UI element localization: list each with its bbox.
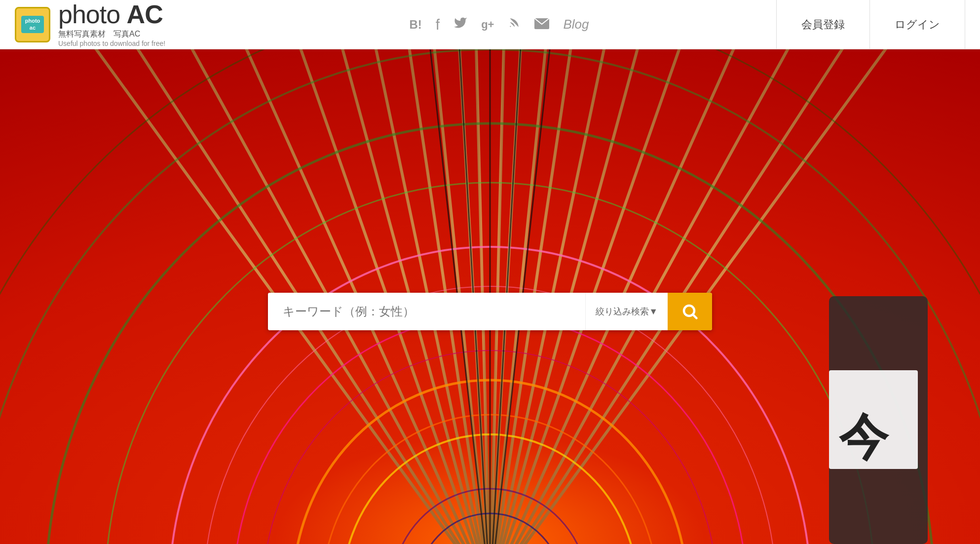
- subtitle-japanese: 無料写真素材 写真AC: [58, 29, 165, 39]
- svg-point-0: [510, 26, 511, 27]
- search-filter-button[interactable]: 絞り込み検索▼: [585, 293, 668, 330]
- svg-line-48: [693, 315, 697, 318]
- logo-icon-text: photoac: [21, 16, 44, 33]
- site-title: photo AC: [58, 1, 165, 27]
- facebook-icon[interactable]: f: [436, 16, 440, 33]
- hero-section: 今 絞り込み検索▼: [0, 49, 980, 544]
- search-overlay: 絞り込み検索▼: [268, 293, 712, 330]
- google-plus-icon[interactable]: g+: [481, 18, 494, 31]
- rss-icon[interactable]: [508, 16, 521, 33]
- subtitle-english: Useful photos to download for free!: [58, 39, 165, 47]
- search-bar: 絞り込み検索▼: [268, 293, 712, 330]
- logo-text: photo AC 無料写真素材 写真AC Useful photos to do…: [58, 1, 165, 47]
- search-button[interactable]: [668, 293, 712, 330]
- twitter-icon[interactable]: [453, 16, 467, 33]
- svg-text:今: 今: [838, 410, 890, 465]
- header-nav: 会員登録 ログイン: [776, 0, 965, 49]
- email-icon[interactable]: [534, 17, 549, 33]
- search-input[interactable]: [268, 293, 585, 330]
- header: photoac photo AC 無料写真素材 写真AC Useful phot…: [0, 0, 980, 49]
- blog-link[interactable]: Blog: [563, 17, 589, 32]
- logo-icon: photoac: [15, 7, 50, 42]
- hatena-bookmark-icon[interactable]: B!: [409, 18, 421, 32]
- logo-area: photoac photo AC 無料写真素材 写真AC Useful phot…: [15, 1, 222, 47]
- register-button[interactable]: 会員登録: [777, 0, 870, 49]
- social-icons-area: B! f g+ Blog: [222, 16, 776, 33]
- login-button[interactable]: ログイン: [870, 0, 965, 49]
- search-icon: [681, 303, 699, 320]
